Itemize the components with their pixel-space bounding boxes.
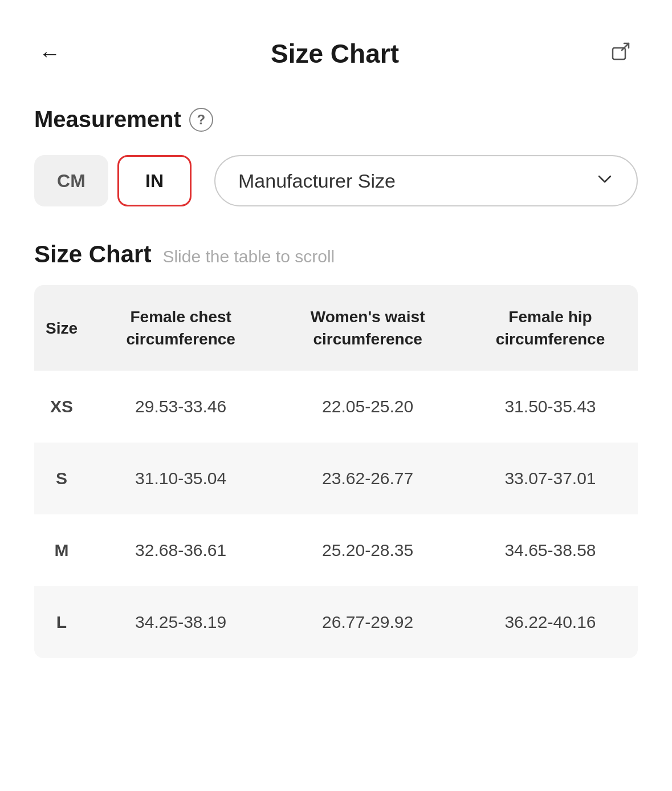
page-container: ← Size Chart Measurement ? CM IN	[0, 0, 672, 791]
slide-hint: Slide the table to scroll	[162, 247, 335, 266]
size-chart-title: Size Chart	[34, 241, 151, 268]
table-row: M32.68-36.6125.20-28.3534.65-38.58	[34, 514, 638, 586]
size-table: Size Female chest circumference Women's …	[34, 285, 638, 658]
header: ← Size Chart	[34, 34, 638, 72]
chevron-down-icon	[596, 170, 614, 192]
size-dropdown-label: Manufacturer Size	[238, 170, 396, 192]
help-icon[interactable]: ?	[189, 108, 213, 132]
col-header-chest: Female chest circumference	[89, 285, 272, 371]
share-button[interactable]	[605, 34, 638, 72]
unit-toggle: CM IN	[34, 155, 192, 206]
size-chart-section: Size Chart Slide the table to scroll Siz…	[34, 241, 638, 658]
size-cell: S	[34, 443, 89, 514]
waist-cell: 25.20-28.35	[272, 514, 463, 586]
page-title: Size Chart	[65, 38, 605, 69]
back-icon: ←	[39, 43, 60, 64]
manufacturer-size-dropdown[interactable]: Manufacturer Size	[214, 155, 638, 206]
hip-cell: 36.22-40.16	[463, 586, 638, 658]
back-button[interactable]: ←	[34, 38, 65, 69]
size-cell: XS	[34, 371, 89, 443]
col-header-size: Size	[34, 285, 89, 371]
size-cell: L	[34, 586, 89, 658]
measurement-label-row: Measurement ?	[34, 107, 638, 132]
table-row: XS29.53-33.4622.05-25.2031.50-35.43	[34, 371, 638, 443]
share-icon	[609, 39, 633, 68]
chest-cell: 34.25-38.19	[89, 586, 272, 658]
chest-cell: 32.68-36.61	[89, 514, 272, 586]
in-button[interactable]: IN	[117, 155, 192, 206]
table-header-row: Size Female chest circumference Women's …	[34, 285, 638, 371]
chest-cell: 31.10-35.04	[89, 443, 272, 514]
cm-button[interactable]: CM	[34, 155, 108, 206]
controls-row: CM IN Manufacturer Size	[34, 155, 638, 206]
waist-cell: 23.62-26.77	[272, 443, 463, 514]
size-chart-header: Size Chart Slide the table to scroll	[34, 241, 638, 268]
table-row: S31.10-35.0423.62-26.7733.07-37.01	[34, 443, 638, 514]
measurement-label: Measurement	[34, 107, 181, 132]
hip-cell: 34.65-38.58	[463, 514, 638, 586]
table-row: L34.25-38.1926.77-29.9236.22-40.16	[34, 586, 638, 658]
measurement-section: Measurement ? CM IN Manufacturer Size	[34, 107, 638, 206]
col-header-hip: Female hip circumference	[463, 285, 638, 371]
size-cell: M	[34, 514, 89, 586]
chest-cell: 29.53-33.46	[89, 371, 272, 443]
col-header-waist: Women's waist circumference	[272, 285, 463, 371]
hip-cell: 31.50-35.43	[463, 371, 638, 443]
waist-cell: 26.77-29.92	[272, 586, 463, 658]
hip-cell: 33.07-37.01	[463, 443, 638, 514]
waist-cell: 22.05-25.20	[272, 371, 463, 443]
